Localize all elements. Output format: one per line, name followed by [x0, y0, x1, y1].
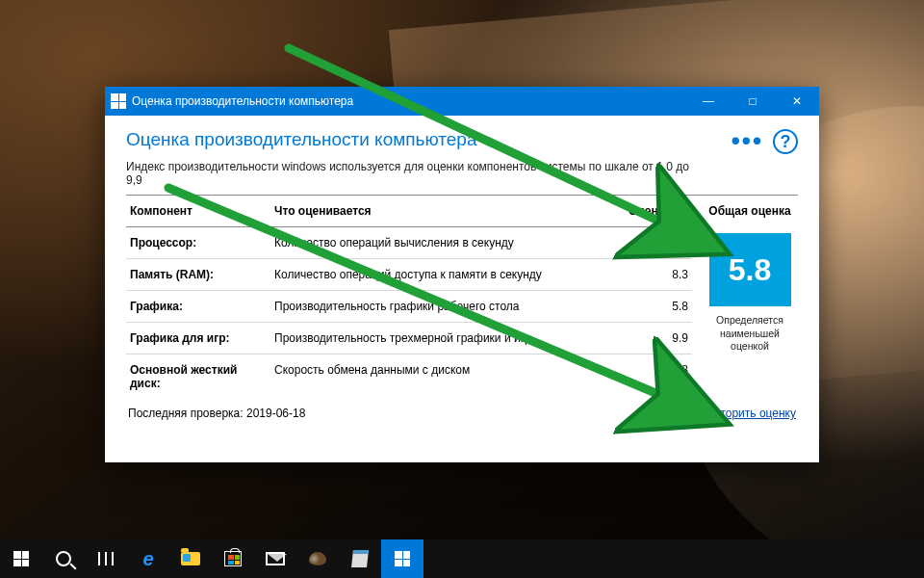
overall-score-column: Общая оценка 5.8 Определяется наименьшей…: [692, 196, 798, 399]
overall-score-subtitle: Определяется наименьшей оценкой: [702, 314, 798, 354]
col-score: Оценка: [625, 196, 692, 226]
app-icon: [105, 93, 132, 109]
notepad-icon[interactable]: [339, 539, 381, 578]
last-check: Последняя проверка: 2019-06-18: [128, 407, 683, 420]
help-button[interactable]: ?: [773, 129, 798, 154]
table-row: Графика: Производительность графики рабо…: [126, 291, 692, 323]
wsat-taskbar-icon[interactable]: [381, 539, 424, 578]
search-button[interactable]: [42, 539, 85, 578]
explorer-icon[interactable]: [169, 539, 212, 578]
col-overall: Общая оценка: [702, 201, 798, 233]
titlebar[interactable]: Оценка производительности компьютера — □…: [105, 87, 819, 116]
overall-score-value: 5.8: [709, 233, 791, 306]
wsat-window: Оценка производительности компьютера — □…: [105, 87, 819, 462]
task-view-button[interactable]: [85, 539, 127, 578]
minimize-button[interactable]: —: [686, 87, 731, 116]
desktop: Оценка производительности компьютера — □…: [0, 0, 924, 578]
edge-icon[interactable]: e: [127, 539, 169, 578]
store-icon[interactable]: [212, 539, 254, 578]
more-menu-icon[interactable]: •••: [732, 138, 763, 145]
description-text: Индекс производительности windows исполь…: [126, 158, 704, 195]
page-heading: Оценка производительности компьютера: [126, 125, 732, 158]
close-button[interactable]: ✕: [775, 87, 819, 116]
window-title: Оценка производительности компьютера: [132, 94, 686, 108]
maximize-button[interactable]: □: [731, 87, 775, 116]
scores-table: Компонент Что оценивается Оценка Процесс…: [126, 196, 692, 399]
table-row: Графика для игр: Производительность трех…: [126, 323, 692, 355]
table-row: Память (RAM): Количество операций доступ…: [126, 259, 692, 291]
table-row: Основной жесткий диск: Скорость обмена д…: [126, 355, 692, 399]
paint-icon[interactable]: [296, 539, 339, 578]
col-what: Что оценивается: [270, 196, 625, 226]
mail-icon[interactable]: [254, 539, 296, 578]
col-component: Компонент: [126, 196, 270, 226]
shield-icon: [683, 407, 697, 420]
rerun-assessment-link[interactable]: Повторить оценку: [700, 407, 796, 420]
start-button[interactable]: [0, 539, 42, 578]
taskbar[interactable]: e: [0, 539, 924, 578]
table-row: Процессор: Количество операций вычислени…: [126, 227, 692, 259]
